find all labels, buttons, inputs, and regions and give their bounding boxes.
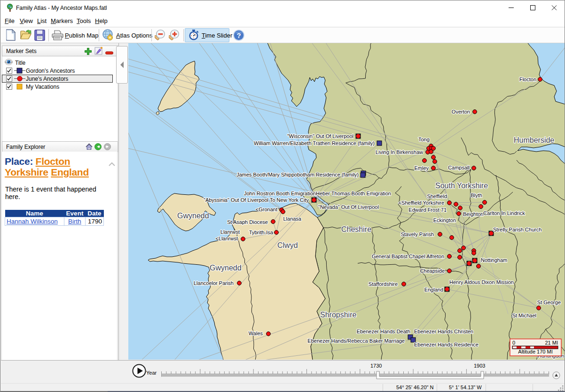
svg-text:Blyth: Blyth [471, 192, 482, 198]
svg-text:England: England [424, 287, 443, 292]
svg-text:Wales: Wales [249, 331, 263, 336]
svg-text:Carlton In Lindrick: Carlton In Lindrick [483, 210, 525, 216]
svg-text:Edward Frost 71: Edward Frost 71 [408, 207, 447, 213]
svg-text:"Nevada" Out Of Liverpool: "Nevada" Out Of Liverpool [318, 204, 379, 210]
svg-text:Ebenezer Hands Death: Ebenezer Hands Death [357, 329, 410, 334]
svg-text:James Booth/Mary Shippobotham: James Booth/Mary Shippobotham Residence … [236, 172, 359, 177]
svg-text:"Abyssinia" Out Of Liverpool T: "Abyssinia" Out Of Liverpool To New York… [204, 197, 309, 203]
svg-text:Ebenezer Hands/Rebecca Baker M: Ebenezer Hands/Rebecca Baker Marriage [307, 338, 405, 344]
svg-text:Emley: Emley [414, 165, 429, 171]
svg-text:Humberside: Humberside [514, 136, 554, 144]
svg-text:Strelly Parish Church: Strelly Parish Church [493, 227, 541, 232]
svg-text:<Sheffield Yorkshire: <Sheffield Yorkshire [399, 200, 444, 206]
svg-text:Llanasa: Llanasa [283, 216, 301, 222]
svg-text:Eckington: Eckington [433, 217, 456, 223]
svg-text:Cheshire: Cheshire [341, 225, 371, 233]
svg-text:Ebenezer Hands Christen: Ebenezer Hands Christen [414, 329, 473, 334]
svg-text:Living In Birkenshaw: Living In Birkenshaw [376, 149, 423, 155]
svg-text:Stavely Parish: Stavely Parish [401, 231, 434, 237]
svg-text:Sheffield: Sheffield [427, 193, 447, 199]
svg-text:Shropshire: Shropshire [320, 311, 356, 319]
svg-text:<Llanrwst: <Llanrwst [216, 236, 238, 241]
svg-text:Henry Aldous Dixon Mission: Henry Aldous Dixon Mission [449, 279, 514, 285]
svg-text:South Yorkshire: South Yorkshire [435, 182, 488, 190]
svg-text:Staffordshire: Staffordshire [369, 281, 398, 287]
svg-text:"Wisconsin" Out Of Liverpool: "Wisconsin" Out Of Liverpool [287, 133, 353, 139]
svg-text:Tybrith-Isa: Tybrith-Isa [249, 230, 274, 235]
svg-text:William Warren/Elizabeth Trath: William Warren/Elizabeth Trathen Residen… [254, 140, 375, 146]
svg-text:St Asaph Diocese: St Asaph Diocese [227, 219, 268, 225]
svg-text:Clwyd: Clwyd [277, 241, 298, 249]
svg-text:Campsall: Campsall [448, 165, 470, 170]
svg-text:St Michael: St Michael [512, 313, 536, 318]
svg-text:Flocton: Flocton [519, 77, 536, 82]
svg-text:Beighton: Beighton [463, 211, 483, 217]
svg-text:Gwynedd: Gwynedd [177, 212, 209, 220]
svg-text:General Baptist Chapel Alfreto: General Baptist Chapel Alfreton [372, 254, 444, 259]
svg-text:Llanrwst: Llanrwst [220, 229, 240, 235]
svg-text:0: 0 [512, 340, 515, 346]
svg-text:<Gronant: <Gronant [256, 207, 277, 212]
svg-text:Ebenezer Hands Residence: Ebenezer Hands Residence [414, 342, 479, 347]
svg-text:Overton: Overton [452, 109, 470, 115]
svg-text:Nottingham: Nottingham [481, 257, 507, 263]
svg-text:John Rostron Booth Emigration: John Rostron Booth Emigration [244, 191, 316, 196]
svg-text:21 MI: 21 MI [545, 340, 558, 346]
svg-text:Altitude 170 MI: Altitude 170 MI [518, 349, 552, 354]
svg-text:Cheapside: Cheapside [420, 268, 445, 274]
svg-text:Tong: Tong [418, 137, 430, 142]
svg-text:Heber Thomas Booth Emigration: Heber Thomas Booth Emigration [316, 191, 391, 196]
svg-text:Gwynedd: Gwynedd [210, 264, 242, 272]
svg-text:Llancoelor Parish: Llancoelor Parish [194, 280, 234, 286]
svg-text:?: ? [236, 31, 241, 39]
svg-text:St George: St George [537, 300, 561, 305]
